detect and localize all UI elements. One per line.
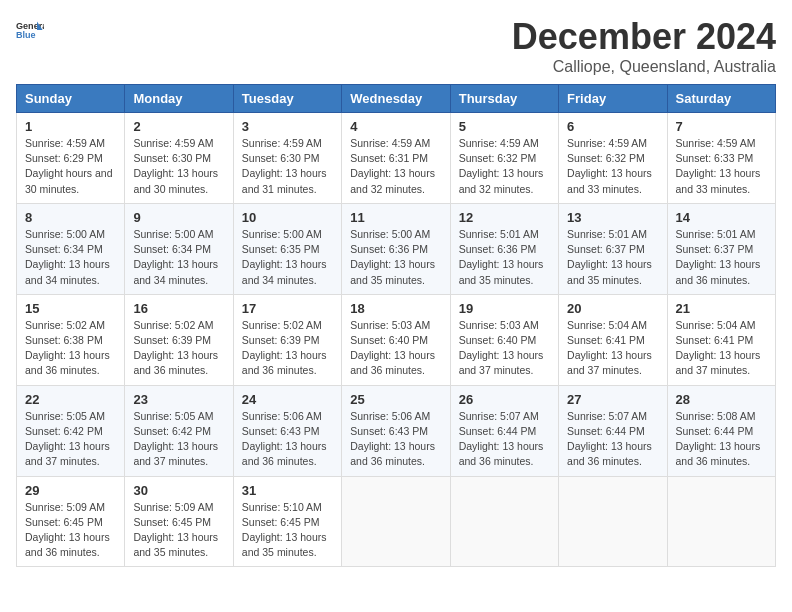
list-item: 4 Sunrise: 4:59 AMSunset: 6:31 PMDayligh… [342,113,450,204]
list-item: 2 Sunrise: 4:59 AMSunset: 6:30 PMDayligh… [125,113,233,204]
list-item: 31 Sunrise: 5:10 AMSunset: 6:45 PMDaylig… [233,476,341,567]
list-item: 5 Sunrise: 4:59 AMSunset: 6:32 PMDayligh… [450,113,558,204]
table-row: 22 Sunrise: 5:05 AMSunset: 6:42 PMDaylig… [17,385,776,476]
list-item: 27 Sunrise: 5:07 AMSunset: 6:44 PMDaylig… [559,385,667,476]
list-item: 22 Sunrise: 5:05 AMSunset: 6:42 PMDaylig… [17,385,125,476]
header-friday: Friday [559,85,667,113]
list-item: 19 Sunrise: 5:03 AMSunset: 6:40 PMDaylig… [450,294,558,385]
list-item: 10 Sunrise: 5:00 AMSunset: 6:35 PMDaylig… [233,203,341,294]
header-saturday: Saturday [667,85,775,113]
calendar-table: Sunday Monday Tuesday Wednesday Thursday… [16,84,776,567]
list-item: 17 Sunrise: 5:02 AMSunset: 6:39 PMDaylig… [233,294,341,385]
logo-icon: General Blue [16,16,44,44]
calendar-title: December 2024 [512,16,776,58]
list-item: 28 Sunrise: 5:08 AMSunset: 6:44 PMDaylig… [667,385,775,476]
list-item: 15 Sunrise: 5:02 AMSunset: 6:38 PMDaylig… [17,294,125,385]
list-item: 1 Sunrise: 4:59 AMSunset: 6:29 PMDayligh… [17,113,125,204]
header-wednesday: Wednesday [342,85,450,113]
list-item: 9 Sunrise: 5:00 AMSunset: 6:34 PMDayligh… [125,203,233,294]
page-header: General Blue December 2024 Calliope, Que… [16,16,776,76]
table-row: 8 Sunrise: 5:00 AMSunset: 6:34 PMDayligh… [17,203,776,294]
list-item [667,476,775,567]
list-item: 13 Sunrise: 5:01 AMSunset: 6:37 PMDaylig… [559,203,667,294]
list-item: 30 Sunrise: 5:09 AMSunset: 6:45 PMDaylig… [125,476,233,567]
table-row: 15 Sunrise: 5:02 AMSunset: 6:38 PMDaylig… [17,294,776,385]
header-sunday: Sunday [17,85,125,113]
list-item: 26 Sunrise: 5:07 AMSunset: 6:44 PMDaylig… [450,385,558,476]
list-item: 21 Sunrise: 5:04 AMSunset: 6:41 PMDaylig… [667,294,775,385]
header-monday: Monday [125,85,233,113]
svg-text:Blue: Blue [16,30,36,40]
list-item [559,476,667,567]
header-thursday: Thursday [450,85,558,113]
weekday-header-row: Sunday Monday Tuesday Wednesday Thursday… [17,85,776,113]
list-item: 6 Sunrise: 4:59 AMSunset: 6:32 PMDayligh… [559,113,667,204]
list-item: 14 Sunrise: 5:01 AMSunset: 6:37 PMDaylig… [667,203,775,294]
list-item: 24 Sunrise: 5:06 AMSunset: 6:43 PMDaylig… [233,385,341,476]
list-item: 18 Sunrise: 5:03 AMSunset: 6:40 PMDaylig… [342,294,450,385]
list-item: 11 Sunrise: 5:00 AMSunset: 6:36 PMDaylig… [342,203,450,294]
table-row: 1 Sunrise: 4:59 AMSunset: 6:29 PMDayligh… [17,113,776,204]
list-item: 23 Sunrise: 5:05 AMSunset: 6:42 PMDaylig… [125,385,233,476]
logo: General Blue [16,16,44,44]
calendar-subtitle: Calliope, Queensland, Australia [512,58,776,76]
title-area: December 2024 Calliope, Queensland, Aust… [512,16,776,76]
list-item [342,476,450,567]
header-tuesday: Tuesday [233,85,341,113]
list-item: 7 Sunrise: 4:59 AMSunset: 6:33 PMDayligh… [667,113,775,204]
list-item: 12 Sunrise: 5:01 AMSunset: 6:36 PMDaylig… [450,203,558,294]
table-row: 29 Sunrise: 5:09 AMSunset: 6:45 PMDaylig… [17,476,776,567]
list-item: 20 Sunrise: 5:04 AMSunset: 6:41 PMDaylig… [559,294,667,385]
list-item: 8 Sunrise: 5:00 AMSunset: 6:34 PMDayligh… [17,203,125,294]
list-item [450,476,558,567]
list-item: 29 Sunrise: 5:09 AMSunset: 6:45 PMDaylig… [17,476,125,567]
list-item: 3 Sunrise: 4:59 AMSunset: 6:30 PMDayligh… [233,113,341,204]
list-item: 16 Sunrise: 5:02 AMSunset: 6:39 PMDaylig… [125,294,233,385]
list-item: 25 Sunrise: 5:06 AMSunset: 6:43 PMDaylig… [342,385,450,476]
